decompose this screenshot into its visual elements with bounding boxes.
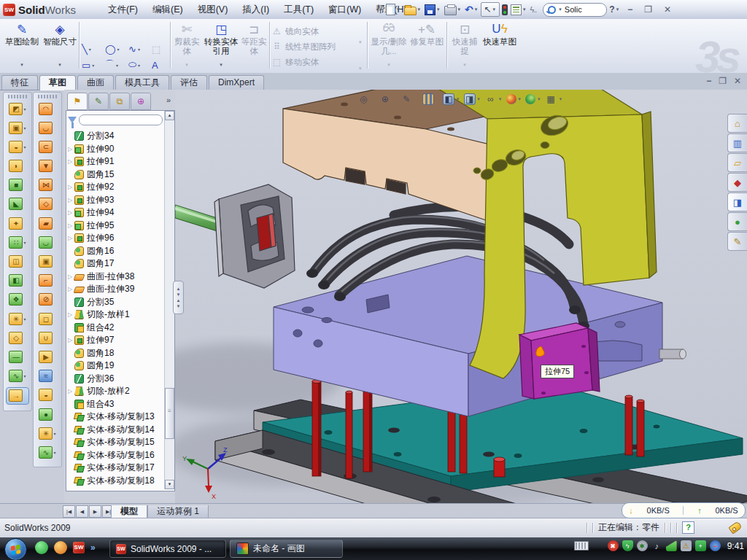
ellipse-tool[interactable]: ⬭▾: [128, 57, 152, 73]
box-surface-icon[interactable]: ◻ ▾: [36, 311, 58, 327]
selection-box-tool[interactable]: ⬚: [152, 41, 171, 57]
revolved-surface-icon[interactable]: ◡ ▾: [36, 120, 58, 136]
edit-appearance-icon[interactable]: ▾: [506, 94, 523, 104]
ribbon-tab[interactable]: 模具工具: [115, 75, 169, 90]
help-button[interactable]: ?▾: [608, 2, 621, 17]
mirror-entities-button[interactable]: ⚠ 镜向实体: [271, 24, 366, 39]
smart-dimension-button[interactable]: ◈ 智能尺寸 ▾: [41, 21, 79, 69]
offset-entities-button[interactable]: ⊐ 等距实体: [239, 21, 268, 69]
expand-arrow-icon[interactable]: ▷: [68, 197, 74, 203]
swept-surface-icon[interactable]: ◠ ▾: [36, 101, 58, 117]
instant3d-icon[interactable]: → ▾: [6, 387, 29, 405]
resources-tab-icon[interactable]: ▥: [727, 133, 747, 152]
text-tool[interactable]: A: [152, 57, 171, 73]
convert-entities-button[interactable]: ◳ 转换实体引用 ▾: [202, 21, 240, 69]
minimize-button[interactable]: −: [622, 3, 638, 16]
tab-nav-button[interactable]: ◀: [76, 505, 88, 518]
spline-tool[interactable]: ∿▾: [128, 41, 152, 57]
custom-properties-tab-icon[interactable]: ✎: [727, 232, 747, 251]
split-body-icon[interactable]: ◧ ▾: [7, 273, 28, 289]
network-signal-tray-icon[interactable]: [666, 540, 677, 551]
display-delete-relations-button[interactable]: 👓︎ 显示/删除几... ▾: [369, 21, 409, 69]
quick-snaps-button[interactable]: ⊡ 快速捕捉 ▾: [449, 21, 481, 69]
feature-tree-item[interactable]: ▷ 拉伸95: [66, 219, 163, 233]
ribbon-tab[interactable]: DimXpert: [209, 75, 264, 90]
app-quicklaunch-icon[interactable]: [54, 541, 67, 554]
feature-tree-item[interactable]: ▷ 分割34: [66, 130, 163, 143]
model-tab[interactable]: 模型: [111, 505, 147, 518]
apply-scene-icon[interactable]: ▾: [525, 94, 542, 104]
volume-tray-icon[interactable]: ♪: [651, 540, 662, 551]
feature-tree-item[interactable]: ▷ 实体-移动/复制18: [66, 475, 163, 488]
expand-arrow-icon[interactable]: ▷: [68, 146, 74, 152]
ribbon-tab[interactable]: 曲面: [77, 75, 114, 90]
sketch-button[interactable]: ✎ 草图绘制 ▾: [3, 21, 41, 69]
search-input[interactable]: Solic: [565, 5, 582, 14]
feature-tree-item[interactable]: ▷ 拉伸90: [66, 143, 163, 156]
feature-tree-item[interactable]: ▷ 拉伸96: [66, 232, 163, 245]
feature-tree-item[interactable]: ▷ 拉伸92: [66, 181, 163, 194]
search-box[interactable]: ▾ Solic: [543, 3, 607, 17]
boss-extrude-icon[interactable]: ◩ ▾: [7, 101, 28, 117]
trim-entities-button[interactable]: ✄ 剪裁实体 ▾: [172, 21, 201, 69]
shell-tool-icon[interactable]: ◗ ▾: [7, 158, 28, 174]
hole-wizard-icon[interactable]: ✦ ▾: [7, 215, 28, 231]
feature-tree-item[interactable]: ▷ 曲面-拉伸39: [66, 283, 163, 296]
feature-tree-item[interactable]: ▷ 实体-移动/复制14: [66, 424, 163, 437]
feature-tree-item[interactable]: ▷ 圆角18: [66, 347, 163, 360]
section-view-icon[interactable]: ▾: [422, 93, 441, 105]
c-channel-icon[interactable]: ⊂ ▾: [36, 139, 58, 155]
print-button[interactable]: ▾: [444, 2, 463, 17]
menu-item[interactable]: 插入(I): [235, 1, 276, 19]
expand-arrow-icon[interactable]: ▷: [68, 184, 74, 190]
feature-tree-item[interactable]: ▷ 实体-移动/复制17: [66, 462, 163, 475]
view-orientation-icon[interactable]: ◧ ▾: [443, 93, 461, 105]
funnel-surface-icon[interactable]: ▼ ▾: [36, 158, 58, 174]
security-alert-tray-icon[interactable]: ✖: [608, 540, 619, 551]
design-library-tab-icon[interactable]: ▱: [727, 153, 747, 172]
feature-tree-item[interactable]: ▷ 组合42: [66, 322, 163, 335]
move-copy-body-icon[interactable]: ❖ ▾: [7, 292, 28, 308]
expand-arrow-icon[interactable]: ▷: [68, 311, 74, 318]
feature-tree-item[interactable]: ▷ 分割36: [66, 373, 163, 386]
menu-item[interactable]: 视图(V): [190, 1, 236, 19]
feature-tree-item[interactable]: ▷ 拉伸94: [66, 206, 163, 219]
delete-face-icon[interactable]: ⊘ ▾: [36, 292, 58, 308]
planar-patch-icon[interactable]: ▰ ▾: [36, 215, 58, 231]
planar-surface-icon[interactable]: ◇ ▾: [7, 330, 28, 346]
macro-button[interactable]: ϟ..: [529, 2, 537, 17]
view-settings-icon[interactable]: ✎ ▾: [400, 93, 419, 106]
expand-arrow-icon[interactable]: ▷: [68, 158, 74, 165]
expand-arrow-icon[interactable]: ▷: [68, 209, 74, 216]
file-explorer-tab-icon[interactable]: ◆: [727, 173, 747, 192]
linear-pattern-button[interactable]: ⠿ 线性草图阵列: [271, 39, 366, 54]
trim-surface-icon[interactable]: ∪ ▾: [36, 330, 58, 346]
cut-extrude-icon[interactable]: ▣ ▾: [7, 120, 28, 136]
tag-icon[interactable]: [728, 521, 742, 534]
new-document-button[interactable]: ▾: [385, 2, 402, 17]
feature-tree-item[interactable]: ▷ 切除-放样1: [66, 308, 163, 322]
line-tool[interactable]: ╲▾: [82, 41, 105, 57]
start-button[interactable]: [4, 538, 27, 560]
hide-show-items-icon[interactable]: ∞ ▾: [484, 93, 503, 106]
restore-button[interactable]: ❐: [639, 3, 657, 16]
boundary-surface-icon[interactable]: ◇ ▾: [36, 196, 58, 212]
feature-tree-item[interactable]: ▷ 组合43: [66, 398, 163, 411]
solid-cube-icon[interactable]: ■ ▾: [7, 177, 28, 193]
network-warning-tray-icon[interactable]: ⚠: [681, 540, 692, 551]
scroll-thumb[interactable]: [165, 388, 174, 439]
thicken-icon[interactable]: ▣ ▾: [36, 254, 58, 270]
loft-surface-icon[interactable]: ⋈ ▾: [36, 177, 58, 193]
open-button[interactable]: ▾: [403, 2, 423, 17]
knit-surface-icon[interactable]: ≈ ▾: [36, 368, 58, 384]
view-setting-more-icon[interactable]: ▦ ▾: [545, 93, 564, 106]
network-speed-monitor[interactable]: ↓ 0KB/S ↑ 0KB/S: [622, 502, 746, 518]
input-method-keyboard-icon[interactable]: [574, 541, 589, 551]
feature-tree-item[interactable]: ▷ 圆角17: [66, 257, 163, 271]
freeform-icon[interactable]: ✳ ▾: [36, 425, 58, 441]
save-button[interactable]: ▾: [424, 2, 442, 17]
model-tab[interactable]: 运动算例 1: [147, 505, 209, 518]
filter-input[interactable]: [79, 114, 163, 125]
spline-tool-icon[interactable]: ∿ ▾: [7, 368, 28, 384]
zoom-fit-icon[interactable]: ◎ ▾: [357, 93, 376, 106]
